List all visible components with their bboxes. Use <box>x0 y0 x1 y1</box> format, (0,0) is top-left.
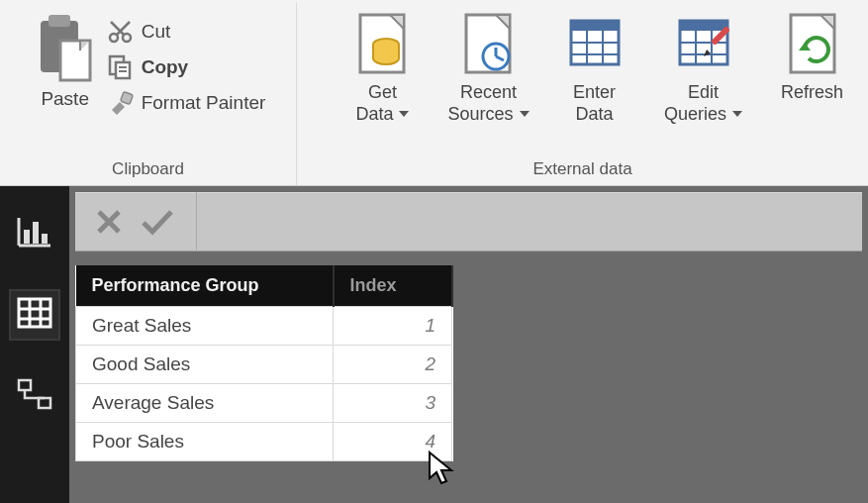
formula-input[interactable] <box>197 192 862 252</box>
edit-queries-icon <box>676 13 731 76</box>
table-header-row: Performance Group Index <box>76 265 452 307</box>
svg-rect-42 <box>19 299 50 327</box>
cell-name[interactable]: Average Sales <box>76 384 334 423</box>
cell-index[interactable]: 3 <box>334 384 452 423</box>
chevron-down-icon <box>732 111 742 117</box>
column-header-performance-group[interactable]: Performance Group <box>76 265 334 307</box>
cell-name[interactable]: Great Sales <box>76 307 334 346</box>
svg-rect-11 <box>120 92 133 105</box>
copy-label: Copy <box>142 56 189 78</box>
svg-rect-41 <box>42 234 48 244</box>
recent-sources-icon <box>460 13 516 76</box>
relationship-icon <box>17 378 52 410</box>
enter-data-label-l2: Data <box>573 104 616 126</box>
enter-data-label-l1: Enter <box>573 82 616 104</box>
get-data-icon <box>354 13 410 76</box>
column-header-index[interactable]: Index <box>334 265 452 307</box>
table-row[interactable]: Good Sales 2 <box>76 346 452 384</box>
edit-queries-button[interactable]: Edit Queries <box>654 13 753 125</box>
refresh-label: Refresh <box>781 82 843 104</box>
paintbrush-icon <box>108 90 134 116</box>
mouse-cursor-icon <box>428 451 455 486</box>
confirm-icon[interactable] <box>141 208 174 236</box>
get-data-button[interactable]: Get Data <box>340 13 424 125</box>
bar-chart-icon <box>17 216 52 248</box>
copy-icon <box>108 54 134 80</box>
cut-button[interactable]: Cut <box>108 19 266 45</box>
format-painter-label: Format Painter <box>142 92 266 114</box>
formula-bar <box>75 192 862 252</box>
view-rail <box>0 186 69 503</box>
paste-icon <box>37 13 94 84</box>
cell-name[interactable]: Poor Sales <box>76 423 334 461</box>
cell-index[interactable]: 2 <box>334 346 452 384</box>
paste-button[interactable]: Paste <box>31 13 100 110</box>
paste-label: Paste <box>41 88 89 110</box>
refresh-icon <box>785 13 840 76</box>
edit-queries-label-l1: Edit <box>664 82 742 104</box>
svg-marker-51 <box>430 453 451 483</box>
report-view-button[interactable] <box>17 216 52 252</box>
cut-label: Cut <box>142 21 171 43</box>
external-data-group-label: External data <box>532 153 631 185</box>
table-icon <box>17 297 52 329</box>
scissors-icon <box>108 19 134 45</box>
data-view-button[interactable] <box>11 291 58 339</box>
table-row[interactable]: Average Sales 3 <box>76 384 452 423</box>
data-grid-area: Performance Group Index Great Sales 1 Go… <box>75 265 862 503</box>
svg-point-3 <box>110 34 118 42</box>
format-painter-button[interactable]: Format Painter <box>108 90 266 116</box>
chevron-down-icon <box>520 111 530 117</box>
svg-rect-27 <box>680 21 727 31</box>
ribbon-group-clipboard: Paste Cut <box>0 3 297 185</box>
recent-sources-button[interactable]: Recent Sources <box>441 13 534 125</box>
clipboard-group-label: Clipboard <box>112 153 184 185</box>
get-data-label-l1: Get <box>355 82 409 104</box>
cancel-icon[interactable] <box>95 208 123 236</box>
table-row[interactable]: Great Sales 1 <box>76 307 452 346</box>
data-table: Performance Group Index Great Sales 1 Go… <box>75 265 453 461</box>
copy-button[interactable]: Copy <box>108 54 266 80</box>
recent-sources-label-l1: Recent <box>447 82 529 104</box>
clipboard-actions: Cut Copy Format Painte <box>108 13 266 116</box>
svg-rect-47 <box>19 380 31 390</box>
recent-sources-label-l2: Sources <box>447 104 513 126</box>
model-view-button[interactable] <box>17 378 52 414</box>
svg-rect-40 <box>33 222 39 244</box>
cell-index[interactable]: 1 <box>334 307 452 346</box>
cell-name[interactable]: Good Sales <box>76 346 334 384</box>
enter-data-icon <box>567 13 623 76</box>
svg-rect-2 <box>60 41 90 80</box>
get-data-label-l2: Data <box>355 104 393 126</box>
ribbon: Paste Cut <box>0 0 868 186</box>
edit-queries-label-l2: Queries <box>664 104 726 126</box>
svg-rect-39 <box>24 230 30 244</box>
svg-rect-48 <box>39 398 50 408</box>
refresh-button[interactable]: Refresh <box>771 13 854 125</box>
table-row[interactable]: Poor Sales 4 <box>76 423 452 461</box>
enter-data-button[interactable]: Enter Data <box>553 13 636 125</box>
ribbon-group-external-data: Get Data Recent Sources <box>297 3 868 185</box>
svg-point-4 <box>123 34 131 42</box>
svg-rect-1 <box>48 15 70 27</box>
chevron-down-icon <box>399 111 409 117</box>
svg-rect-21 <box>571 21 619 31</box>
